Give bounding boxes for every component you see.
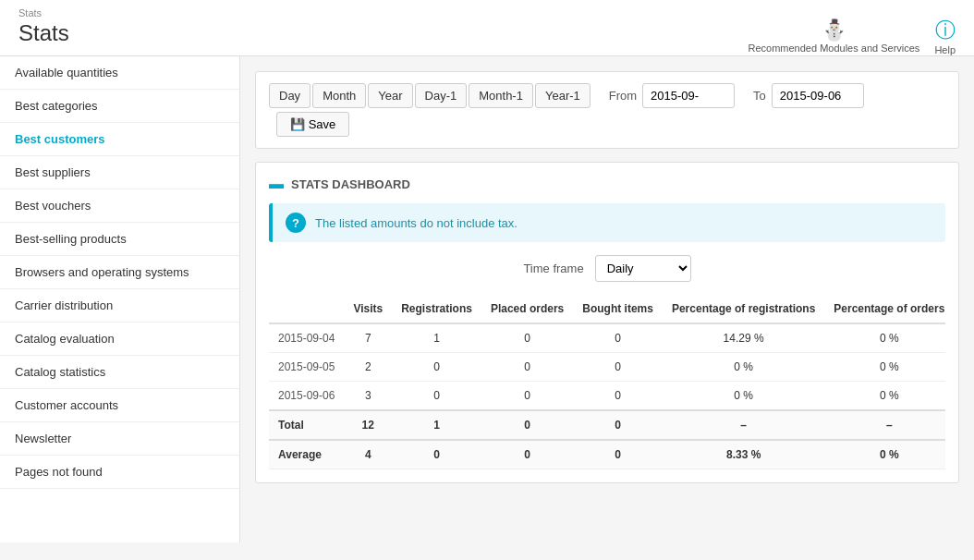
to-label: To: [753, 89, 766, 103]
cell-date: 2015-09-06: [269, 382, 344, 411]
cell-placed-orders: 0: [481, 323, 573, 353]
help-button[interactable]: ⓘ Help: [934, 17, 956, 55]
recommended-modules-button[interactable]: ⛄ Recommended Modules and Services: [749, 18, 920, 54]
day-button[interactable]: Day: [269, 83, 310, 108]
cell-placed-orders: 0: [481, 382, 573, 411]
summary-pct-registrations: –: [663, 410, 824, 440]
year-minus1-button[interactable]: Year-1: [535, 83, 590, 108]
summary-visits: 12: [344, 410, 392, 440]
cell-registrations: 0: [392, 382, 481, 411]
sidebar-item-customer-accounts[interactable]: Customer accounts: [0, 389, 239, 422]
to-section: To: [753, 83, 864, 108]
save-label: Save: [309, 117, 336, 131]
table-row: 2015-09-05 2 0 0 0 0 % 0 % $0: [269, 353, 945, 382]
save-button[interactable]: 💾 Save: [276, 112, 349, 137]
col-registrations: Registrations: [392, 295, 481, 323]
sidebar-item-carrier-distribution[interactable]: Carrier distribution: [0, 289, 239, 323]
from-section: From: [609, 83, 735, 108]
summary-bought-items: 0: [573, 410, 663, 440]
cell-registrations: 1: [392, 323, 481, 353]
table-header-row: Visits Registrations Placed orders Bough…: [269, 295, 945, 323]
cell-pct-orders: 0 %: [824, 323, 945, 353]
info-message: The listed amounts do not include tax.: [315, 216, 517, 230]
cell-date: 2015-09-05: [269, 353, 344, 382]
summary-label: Average: [269, 440, 344, 469]
col-visits: Visits: [344, 295, 392, 323]
summary-pct-registrations: 8.33 %: [663, 440, 824, 469]
month-minus1-button[interactable]: Month-1: [469, 83, 533, 108]
header-actions: ⛄ Recommended Modules and Services ⓘ Hel…: [749, 17, 956, 55]
summary-placed-orders: 0: [481, 440, 573, 469]
cell-pct-registrations: 14.29 %: [663, 323, 824, 353]
recommended-modules-label: Recommended Modules and Services: [749, 43, 920, 54]
month-button[interactable]: Month: [312, 83, 366, 108]
sidebar-item-browsers-and-operating-systems[interactable]: Browsers and operating systems: [0, 256, 239, 289]
puzzle-icon: ⛄: [822, 18, 846, 43]
sidebar-item-best-selling-products[interactable]: Best-selling products: [0, 223, 239, 256]
summary-pct-orders: –: [824, 410, 945, 440]
cell-bought-items: 0: [573, 323, 663, 353]
summary-registrations: 0: [392, 440, 481, 469]
sidebar-item-catalog-evaluation[interactable]: Catalog evaluation: [0, 323, 239, 356]
main-content: Day Month Year Day-1 Month-1 Year-1 From…: [240, 56, 974, 542]
cell-bought-items: 0: [573, 353, 663, 382]
sidebar-item-catalog-statistics[interactable]: Catalog statistics: [0, 356, 239, 389]
sidebar-item-best-suppliers[interactable]: Best suppliers: [0, 156, 239, 189]
to-input[interactable]: [772, 83, 864, 108]
sidebar-item-available-quantities[interactable]: Available quantities: [0, 56, 239, 90]
cell-placed-orders: 0: [481, 353, 573, 382]
cell-pct-registrations: 0 %: [663, 382, 824, 411]
sidebar: Available quantitiesBest categoriesBest …: [0, 56, 240, 542]
cell-registrations: 0: [392, 353, 481, 382]
cell-pct-orders: 0 %: [824, 382, 945, 411]
cell-visits: 3: [344, 382, 392, 411]
sidebar-item-best-vouchers[interactable]: Best vouchers: [0, 189, 239, 223]
stats-table: Visits Registrations Placed orders Bough…: [269, 295, 945, 469]
date-bar: Day Month Year Day-1 Month-1 Year-1 From…: [255, 71, 959, 149]
summary-pct-orders: 0 %: [824, 440, 945, 469]
sidebar-item-pages-not-found[interactable]: Pages not found: [0, 456, 239, 489]
timeframe-row: Time frame Daily Weekly Monthly Yearly: [269, 255, 945, 282]
cell-bought-items: 0: [573, 382, 663, 411]
help-icon: ⓘ: [935, 17, 956, 44]
timeframe-select[interactable]: Daily Weekly Monthly Yearly: [595, 255, 691, 282]
sidebar-item-best-customers[interactable]: Best customers: [0, 123, 239, 156]
table-summary-row: Total 12 1 0 0 – – $0: [269, 410, 945, 440]
stats-section-title: STATS DASHBOARD: [291, 177, 410, 191]
from-input[interactable]: [642, 83, 735, 108]
year-button[interactable]: Year: [368, 83, 412, 108]
from-label: From: [609, 89, 637, 103]
stats-header: ▬ STATS DASHBOARD: [269, 176, 945, 192]
question-icon: ?: [286, 213, 306, 233]
table-row: 2015-09-04 7 1 0 0 14.29 % 0 % $0: [269, 323, 945, 353]
table-summary-row: Average 4 0 0 0 8.33 % 0 % $0: [269, 440, 945, 469]
col-pct-orders: Percentage of orders: [824, 295, 945, 323]
summary-visits: 4: [344, 440, 392, 469]
summary-placed-orders: 0: [481, 410, 573, 440]
sidebar-item-best-categories[interactable]: Best categories: [0, 90, 239, 123]
cell-visits: 2: [344, 353, 392, 382]
summary-bought-items: 0: [573, 440, 663, 469]
help-label: Help: [934, 44, 956, 55]
stats-section: ▬ STATS DASHBOARD ? The listed amounts d…: [255, 162, 959, 483]
summary-label: Total: [269, 410, 344, 440]
summary-registrations: 1: [392, 410, 481, 440]
cell-date: 2015-09-04: [269, 323, 344, 353]
main-layout: Available quantitiesBest categoriesBest …: [0, 56, 974, 542]
table-row: 2015-09-06 3 0 0 0 0 % 0 % $0: [269, 382, 945, 411]
info-box: ? The listed amounts do not include tax.: [269, 203, 945, 242]
table-container: Visits Registrations Placed orders Bough…: [269, 295, 945, 469]
cell-pct-orders: 0 %: [824, 353, 945, 382]
col-date: [269, 295, 344, 323]
cell-pct-registrations: 0 %: [663, 353, 824, 382]
period-buttons: Day Month Year Day-1 Month-1 Year-1: [269, 83, 590, 108]
col-pct-registrations: Percentage of registrations: [663, 295, 824, 323]
dashboard-icon: ▬: [269, 176, 284, 192]
col-placed-orders: Placed orders: [481, 295, 573, 323]
col-bought-items: Bought items: [573, 295, 663, 323]
save-icon: 💾: [290, 117, 305, 131]
timeframe-label: Time frame: [523, 262, 583, 275]
cell-visits: 7: [344, 323, 392, 353]
day-minus1-button[interactable]: Day-1: [415, 83, 468, 108]
sidebar-item-newsletter[interactable]: Newsletter: [0, 422, 239, 456]
